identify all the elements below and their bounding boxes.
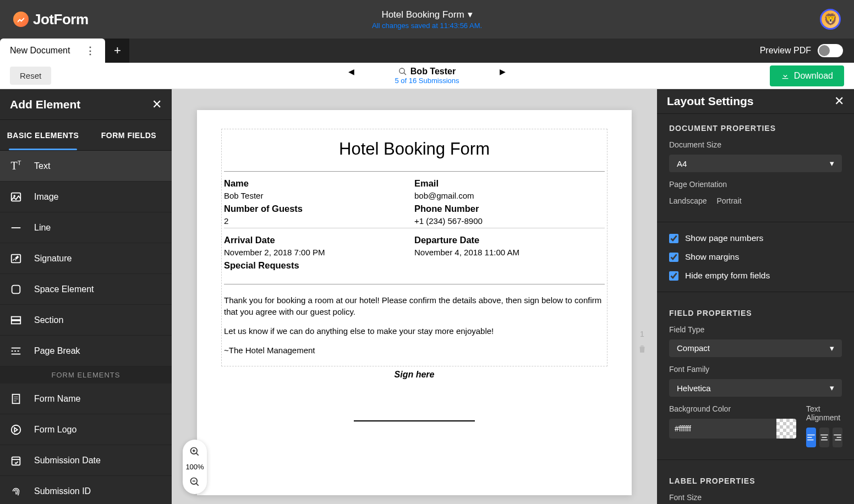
tab-new-document[interactable]: New Document ⋮: [0, 39, 105, 63]
document-tab-bar: New Document ⋮ + Preview PDF: [0, 39, 854, 63]
email-value: bob@gmail.com: [414, 191, 605, 200]
image-icon: [8, 191, 24, 203]
main-area: Add Element ✕ BASIC ELEMENTS FORM FIELDS…: [0, 89, 854, 504]
svg-rect-7: [12, 316, 21, 320]
next-arrow-icon[interactable]: ▶: [500, 67, 506, 76]
download-label: Download: [794, 71, 833, 81]
chevron-down-icon: ▾: [830, 383, 834, 393]
element-form-logo[interactable]: Form Logo: [0, 414, 172, 445]
arrival-label: Arrival Date: [224, 235, 414, 245]
text-align-label: Text Alignment: [806, 402, 842, 424]
field-type-select[interactable]: Compact▾: [669, 339, 842, 357]
pdf-page[interactable]: Hotel Booking Form NameBob Tester Number…: [197, 110, 632, 495]
doc-title: Hotel Booking Form: [224, 139, 605, 159]
svg-point-0: [399, 68, 404, 73]
save-status: All changes saved at 11:43:56 AM.: [372, 21, 482, 30]
left-panel-header: Add Element ✕: [0, 89, 172, 120]
tester-name-text: Bob Tester: [410, 67, 456, 76]
left-panel-title: Add Element: [10, 98, 80, 111]
element-signature[interactable]: Signature: [0, 243, 172, 274]
zoom-in-icon[interactable]: [189, 446, 200, 457]
section-icon: [8, 314, 24, 326]
color-swatch[interactable]: [776, 419, 796, 439]
zoom-out-icon[interactable]: [189, 476, 200, 487]
tab-more-icon[interactable]: ⋮: [85, 45, 95, 57]
svg-rect-6: [12, 285, 20, 293]
prev-arrow-icon[interactable]: ◀: [348, 67, 354, 76]
field-props-title: FIELD PROPERTIES: [657, 299, 854, 323]
orientation-options: Landscape Portrait: [657, 191, 854, 215]
tab-form-fields[interactable]: FORM FIELDS: [86, 120, 172, 150]
close-icon[interactable]: ✕: [834, 94, 844, 108]
element-text[interactable]: TTText: [0, 151, 172, 182]
top-bar: JotForm Hotel Booking Form ▾ All changes…: [0, 0, 854, 39]
orient-landscape[interactable]: Landscape: [669, 196, 707, 205]
add-tab-button[interactable]: +: [105, 39, 129, 63]
user-avatar[interactable]: 🦁: [820, 9, 841, 30]
phone-label: Phone Number: [414, 204, 605, 214]
download-icon: [781, 72, 790, 80]
bg-color-field[interactable]: [669, 419, 776, 439]
trash-icon[interactable]: [637, 344, 647, 354]
element-form-name[interactable]: Form Name: [0, 384, 172, 414]
chevron-down-icon: ▾: [468, 9, 473, 20]
phone-value: +1 (234) 567-8900: [414, 216, 605, 226]
form-title-area: Hotel Booking Form ▾ All changes saved a…: [372, 9, 482, 30]
check-hide-empty[interactable]: Hide empty form fields: [657, 266, 854, 285]
name-value: Bob Tester: [224, 191, 414, 200]
msg-sig: ~The Hotel Management: [224, 344, 605, 356]
svg-line-24: [196, 484, 199, 486]
departure-label: Departure Date: [414, 235, 605, 245]
align-center-button[interactable]: [819, 428, 829, 447]
signature-line[interactable]: [354, 420, 475, 421]
action-bar: Reset ◀ Bob Tester ▶ 5 of 16 Submissions…: [0, 63, 854, 89]
preview-toggle[interactable]: [818, 44, 843, 57]
doc-size-label: Document Size: [657, 138, 854, 151]
calendar-icon: [8, 454, 24, 467]
bg-color-input[interactable]: [669, 419, 796, 439]
email-label: Email: [414, 178, 605, 189]
element-section[interactable]: Section: [0, 305, 172, 336]
form-title[interactable]: Hotel Booking Form ▾: [372, 9, 482, 20]
element-space[interactable]: Space Element: [0, 274, 172, 305]
msg-p1: Thank you for booking a room at our hote…: [224, 294, 605, 317]
element-image[interactable]: Image: [0, 182, 172, 212]
canvas[interactable]: Hotel Booking Form NameBob Tester Number…: [172, 89, 657, 504]
left-sidebar: Add Element ✕ BASIC ELEMENTS FORM FIELDS…: [0, 89, 172, 504]
text-icon: TT: [8, 160, 24, 172]
element-list: TTText Image Line Signature Space Elemen…: [0, 151, 172, 504]
doc-size-select[interactable]: A4▾: [669, 155, 842, 172]
page-indicator: 1: [637, 330, 647, 354]
brand-text: JotForm: [33, 11, 89, 28]
tab-basic-elements[interactable]: BASIC ELEMENTS: [0, 120, 86, 150]
tester-name[interactable]: Bob Tester: [398, 67, 456, 76]
font-family-select[interactable]: Helvetica▾: [669, 379, 842, 397]
svg-point-16: [12, 425, 21, 434]
align-right-button[interactable]: [833, 428, 842, 447]
font-family-label: Font Family: [657, 363, 854, 376]
svg-rect-8: [12, 320, 21, 324]
download-button[interactable]: Download: [770, 65, 844, 86]
align-left-button[interactable]: [806, 428, 816, 447]
signature-icon: [8, 253, 24, 265]
orient-portrait[interactable]: Portrait: [717, 196, 742, 205]
reset-button[interactable]: Reset: [10, 67, 51, 85]
special-label: Special Requests: [224, 260, 414, 271]
svg-line-1: [404, 73, 406, 75]
check-margins[interactable]: Show margins: [657, 248, 854, 266]
check-page-numbers[interactable]: Show page numbers: [657, 229, 854, 248]
submission-count: 5 of 16 Submissions: [395, 76, 459, 85]
label-props-title: LABEL PROPERTIES: [657, 467, 854, 491]
space-icon: [8, 283, 24, 295]
element-line[interactable]: Line: [0, 212, 172, 243]
logo[interactable]: JotForm: [13, 11, 89, 28]
close-icon[interactable]: ✕: [152, 97, 162, 112]
form-elements-divider: FORM ELEMENTS: [0, 366, 172, 384]
departure-value: November 4, 2018 11:00 AM: [414, 248, 605, 257]
element-page-break[interactable]: Page Break: [0, 336, 172, 366]
element-submission-date[interactable]: Submission Date: [0, 445, 172, 476]
form-logo-icon: [8, 424, 24, 436]
orient-label: Page Orientation: [657, 178, 854, 191]
element-submission-id[interactable]: Submission ID: [0, 476, 172, 504]
chevron-down-icon: ▾: [830, 158, 834, 168]
